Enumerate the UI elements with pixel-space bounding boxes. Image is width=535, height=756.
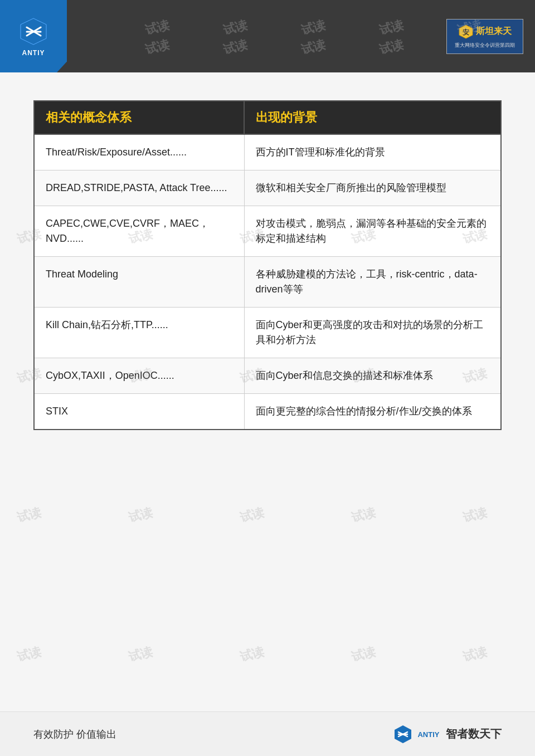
footer-antiy-label: ANTIY bbox=[417, 730, 439, 739]
header-watermarks: 试读 试读 试读 试读 试读 试读 试读 试读 试读 bbox=[67, 0, 446, 72]
table-cell-col1: CybOX,TAXII，OpenIOC...... bbox=[34, 358, 244, 394]
footer-left-text: 有效防护 价值输出 bbox=[33, 728, 116, 741]
table-cell-col2: 各种威胁建模的方法论，工具，risk-centric，data-driven等等 bbox=[244, 257, 501, 308]
watermark-item-11: 试读 bbox=[127, 504, 154, 526]
header-wm-4: 试读 bbox=[377, 17, 405, 39]
table-cell-col2: 西方的IT管理和标准化的背景 bbox=[244, 134, 501, 170]
watermark-item-13: 试读 bbox=[349, 504, 377, 526]
table-row: STIX面向更完整的综合性的情报分析/作业/交换的体系 bbox=[34, 394, 501, 430]
table-cell-col2: 对攻击模式，脆弱点，漏洞等各种基础的安全元素的标定和描述结构 bbox=[244, 206, 501, 257]
header-wm-3: 试读 bbox=[299, 17, 327, 39]
watermark-item-10: 试读 bbox=[15, 504, 43, 526]
footer: 有效防护 价值输出 ANTIY 智者数天下 bbox=[0, 711, 535, 756]
table-header-col1: 相关的概念体系 bbox=[34, 101, 244, 134]
table-cell-col2: 面向Cyber和更高强度的攻击和对抗的场景的分析工具和分析方法 bbox=[244, 308, 501, 358]
watermark-item-19: 试读 bbox=[461, 643, 489, 666]
table-cell-col1: CAPEC,CWE,CVE,CVRF，MAEC，NVD...... bbox=[34, 206, 244, 257]
header-wm-7: 试读 bbox=[221, 36, 249, 58]
watermark-item-15: 试读 bbox=[15, 643, 43, 666]
watermark-item-16: 试读 bbox=[127, 643, 154, 666]
header-wm-2: 试读 bbox=[221, 17, 249, 39]
header: ANTIY 试读 试读 试读 试读 试读 试读 试读 试读 试读 安 斯坦来天 … bbox=[0, 0, 535, 72]
watermark-item-18: 试读 bbox=[349, 643, 377, 666]
main-content: 试读试读试读试读试读试读试读试读试读试读试读试读试读试读试读试读试读试读试读试读… bbox=[0, 72, 535, 711]
table-row: CybOX,TAXII，OpenIOC......面向Cyber和信息交换的描述… bbox=[34, 358, 501, 394]
table-cell-col1: Kill Chain,钻石分析,TTP...... bbox=[34, 308, 244, 358]
header-brand-logo: 安 斯坦来天 重大网络安全令训营第四期 bbox=[446, 14, 524, 58]
table-cell-col1: DREAD,STRIDE,PASTA, Attack Tree...... bbox=[34, 170, 244, 206]
footer-logo-icon bbox=[393, 724, 413, 744]
table-row: Threat/Risk/Exposure/Asset......西方的IT管理和… bbox=[34, 134, 501, 170]
logo-text: ANTIY bbox=[22, 49, 45, 57]
table-cell-col2: 面向更完整的综合性的情报分析/作业/交换的体系 bbox=[244, 394, 501, 430]
table-cell-col1: Threat/Risk/Exposure/Asset...... bbox=[34, 134, 244, 170]
watermark-item-12: 试读 bbox=[238, 504, 266, 526]
header-wm-9: 试读 bbox=[377, 36, 405, 58]
antiy-logo-icon bbox=[18, 16, 49, 47]
brand-sub-text: 重大网络安全令训营第四期 bbox=[455, 42, 515, 49]
table-cell-col2: 微软和相关安全厂商所推出的风险管理模型 bbox=[244, 170, 501, 206]
watermark-item-14: 试读 bbox=[461, 504, 489, 526]
table-header-col2: 出现的背景 bbox=[244, 101, 501, 134]
watermark-item-17: 试读 bbox=[238, 643, 266, 666]
concept-table: 相关的概念体系 出现的背景 Threat/Risk/Exposure/Asset… bbox=[33, 100, 502, 430]
table-cell-col1: Threat Modeling bbox=[34, 257, 244, 308]
table-row: Kill Chain,钻石分析,TTP......面向Cyber和更高强度的攻击… bbox=[34, 308, 501, 358]
table-cell-col1: STIX bbox=[34, 394, 244, 430]
header-wm-6: 试读 bbox=[143, 36, 171, 58]
header-wm-8: 试读 bbox=[299, 36, 327, 58]
table-row: CAPEC,CWE,CVE,CVRF，MAEC，NVD......对攻击模式，脆… bbox=[34, 206, 501, 257]
footer-right: ANTIY 智者数天下 bbox=[393, 724, 502, 744]
logo-area: ANTIY bbox=[0, 0, 67, 72]
footer-brand-text: ANTIY 智者数天下 bbox=[417, 726, 502, 742]
table-row: DREAD,STRIDE,PASTA, Attack Tree......微软和… bbox=[34, 170, 501, 206]
header-wm-1: 试读 bbox=[143, 17, 171, 39]
footer-slogan: 智者数天下 bbox=[446, 728, 502, 740]
table-cell-col2: 面向Cyber和信息交换的描述和标准体系 bbox=[244, 358, 501, 394]
table-row: Threat Modeling各种威胁建模的方法论，工具，risk-centri… bbox=[34, 257, 501, 308]
